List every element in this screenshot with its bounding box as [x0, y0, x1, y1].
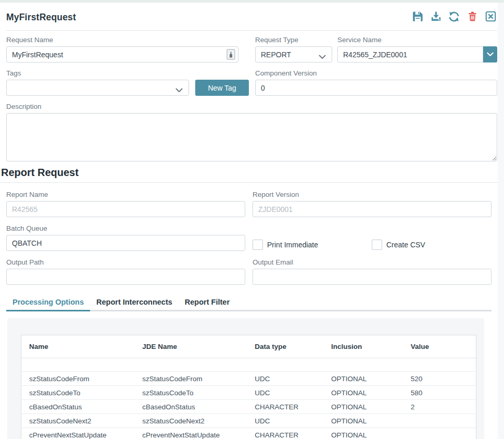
service-name-label: Service Name [337, 36, 497, 44]
tab-processing-options[interactable]: Processing Options [6, 295, 90, 311]
print-immediate-field: Print Immediate [253, 240, 372, 250]
print-immediate-checkbox[interactable] [253, 240, 263, 250]
request-name-label: Request Name [6, 36, 238, 44]
output-email-field: Output Email [253, 258, 492, 285]
output-path-input[interactable] [6, 269, 245, 285]
report-version-label: Report Version [253, 191, 492, 199]
cell-value: 520 [403, 372, 476, 386]
report-name-input [6, 201, 245, 217]
cell-name: szStatusCodeNext2 [21, 414, 135, 428]
request-type-value: REPORT [261, 51, 291, 59]
tab-report-filter[interactable]: Report Filter [179, 295, 236, 311]
batch-queue-label: Batch Queue [6, 224, 245, 233]
col-header-name: Name [21, 335, 135, 358]
chevron-down-icon [487, 51, 494, 58]
print-immediate-label: Print Immediate [267, 241, 318, 249]
request-name-input[interactable] [6, 46, 238, 62]
close-button[interactable] [484, 11, 497, 23]
cell-jde-name: cBasedOnStatus [134, 400, 247, 414]
create-csv-field: Create CSV [372, 240, 425, 250]
cell-value [403, 428, 476, 439]
table-row[interactable]: cPreventNextStatUpdatecPreventNextStatUp… [21, 428, 476, 439]
output-email-input[interactable] [253, 269, 492, 285]
report-request-heading: Report Request [1, 166, 497, 179]
refresh-button[interactable] [448, 11, 460, 23]
chevron-down-icon [319, 53, 326, 61]
delete-button[interactable] [466, 11, 478, 23]
col-header-inclusion: Inclusion [323, 335, 403, 358]
cell-data-type: UDC [247, 414, 323, 428]
create-csv-checkbox[interactable] [372, 240, 382, 250]
cell-jde-name: szStatusCodeTo [134, 386, 247, 400]
delete-icon [467, 10, 478, 24]
batch-queue-field: Batch Queue [6, 224, 245, 251]
table-header-row: Name JDE Name Data type Inclusion Value [21, 335, 476, 358]
description-textarea[interactable] [6, 113, 497, 161]
checkbox-row: Print Immediate Create CSV [253, 238, 492, 251]
component-version-input[interactable] [255, 80, 497, 96]
cell-data-type: UDC [247, 386, 323, 400]
new-tag-field: New Tag [195, 69, 249, 96]
table-row[interactable]: cBasedOnStatuscBasedOnStatusCHARACTEROPT… [21, 400, 476, 414]
tab-report-interconnects[interactable]: Report Interconnects [90, 295, 179, 311]
request-type-select[interactable]: REPORT [255, 46, 332, 62]
output-email-label: Output Email [253, 258, 492, 267]
cell-inclusion: OPTIONAL [323, 386, 403, 400]
text-entry-icon [226, 49, 235, 62]
description-field: Description [6, 103, 497, 161]
cell-inclusion: OPTIONAL [323, 414, 403, 428]
col-header-data-type: Data type [247, 335, 323, 358]
cell-value: 2 [403, 400, 476, 414]
tags-label: Tags [6, 69, 189, 78]
tab-bar: Processing Options Report Interconnects … [6, 295, 492, 311]
new-tag-button[interactable]: New Tag [195, 80, 249, 96]
component-version-field: Component Version [255, 69, 497, 96]
service-name-dropdown-button[interactable] [483, 46, 497, 62]
table-row[interactable]: szStatusCodeNext2szStatusCodeNext2UDCOPT… [21, 414, 476, 428]
report-name-label: Report Name [6, 191, 245, 199]
cell-jde-name: cPreventNextStatUpdate [134, 428, 247, 439]
tags-field: Tags [6, 69, 189, 96]
request-name-field: Request Name [6, 36, 238, 62]
chevron-down-icon [175, 86, 183, 94]
cell-jde-name: szStatusCodeNext2 [134, 414, 247, 428]
cell-data-type: CHARACTER [247, 428, 323, 439]
cell-data-type: CHARACTER [247, 400, 323, 414]
service-name-input[interactable] [337, 46, 483, 62]
cell-data-type: UDC [247, 372, 323, 386]
request-editor-card: MyFirstRequest [0, 3, 498, 439]
request-type-field: Request Type REPORT [255, 36, 332, 62]
cell-inclusion: OPTIONAL [323, 400, 403, 414]
cell-value: 580 [403, 386, 476, 400]
toolbar [411, 11, 497, 23]
cell-name: szStatusCodeFrom [21, 372, 135, 386]
tags-select[interactable] [6, 80, 189, 96]
output-path-field: Output Path [6, 258, 245, 285]
report-version-field: Report Version [253, 191, 492, 217]
col-header-value: Value [403, 335, 476, 358]
save-icon [412, 10, 424, 24]
save-button[interactable] [411, 11, 424, 23]
table-row[interactable]: szStatusCodeFromszStatusCodeFromUDCOPTIO… [21, 372, 476, 386]
table-empty-row [21, 358, 476, 372]
refresh-icon [448, 10, 460, 24]
col-header-jde-name: JDE Name [134, 335, 247, 358]
report-version-input [253, 201, 492, 217]
batch-queue-input[interactable] [6, 235, 245, 251]
cell-inclusion: OPTIONAL [323, 428, 403, 439]
cell-inclusion: OPTIONAL [323, 372, 403, 386]
cell-name: cPreventNextStatUpdate [21, 428, 135, 439]
report-name-field: Report Name [6, 191, 245, 217]
create-csv-label: Create CSV [386, 241, 425, 249]
table-row[interactable]: szStatusCodeToszStatusCodeToUDCOPTIONAL5… [21, 386, 476, 400]
output-path-label: Output Path [6, 258, 245, 267]
request-type-label: Request Type [255, 36, 332, 44]
download-button[interactable] [430, 11, 442, 23]
report-request-divider [0, 182, 498, 183]
cell-jde-name: szStatusCodeFrom [134, 372, 247, 386]
download-icon [430, 10, 442, 24]
header: MyFirstRequest [6, 7, 497, 30]
po-table-body: szStatusCodeFromszStatusCodeFromUDCOPTIO… [21, 358, 476, 439]
processing-options-panel: Name JDE Name Data type Inclusion Value … [7, 318, 484, 439]
cell-name: cBasedOnStatus [21, 400, 135, 414]
